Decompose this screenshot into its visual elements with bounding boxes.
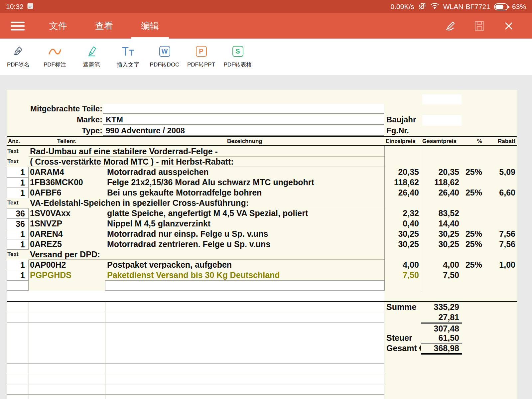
- convert-ppt-icon: P: [196, 45, 207, 58]
- cell-empty: [29, 312, 105, 323]
- cell-einzelpreis: 118,62: [384, 177, 421, 188]
- tool-pdf-sign[interactable]: PDF签名: [0, 45, 37, 68]
- cell-gesamtpreis: [421, 280, 462, 291]
- summary-table-body: Summe335,2927,81307,48Steuer61,50Gesamt …: [7, 302, 517, 399]
- tool-pdf-to-table[interactable]: S PDF转表格: [219, 45, 256, 68]
- cell-teilenr: 0AREZ5: [29, 239, 105, 250]
- cell-percent: [462, 280, 483, 291]
- tool-label: PDF标注: [44, 61, 66, 68]
- parts-row: TextVersand per DPD:: [7, 249, 517, 260]
- cell-empty: [7, 364, 29, 374]
- table-gap: [7, 291, 384, 301]
- cell-einzelpreis: 0,40: [384, 218, 421, 229]
- cell-einzelpreis: 4,00: [384, 260, 421, 270]
- tool-pdf-annotate[interactable]: PDF标注: [37, 45, 73, 68]
- app-bar-actions: [444, 20, 532, 32]
- parts-row: 1PGPGHDSPaketdienst Versand bis 30 Kg De…: [7, 270, 517, 280]
- cell-rabatt: [483, 146, 517, 157]
- summary-row: Gesamt €368,98: [7, 343, 517, 353]
- cell-teilenr: 0AREN4: [29, 229, 105, 239]
- vibrate-mute-icon: [418, 2, 426, 12]
- cell-einzelpreis: 30,25: [384, 229, 421, 239]
- cell-empty: [105, 353, 384, 364]
- parts-table: Anz. Teilenr. Bezeichnung Einzelpreis Ge…: [7, 136, 517, 291]
- cell-filler: [462, 395, 517, 399]
- col-header-percent: %: [462, 138, 483, 145]
- cell-anz: 1: [7, 177, 29, 188]
- cell-einzelpreis: [384, 157, 421, 167]
- cell-percent: [462, 198, 483, 208]
- cell-gesamtpreis: 7,50: [421, 270, 462, 281]
- cell-empty: [7, 302, 29, 312]
- cell-empty: [29, 353, 105, 364]
- summary-label: [384, 353, 421, 364]
- status-right: 0.09K/s WLAN-BF7721 63%: [391, 2, 526, 12]
- type-label: Type:: [7, 126, 102, 136]
- summary-row: Summe335,29: [7, 302, 517, 312]
- tool-pdf-to-doc[interactable]: W PDF转DOC: [146, 45, 183, 68]
- tab-edit[interactable]: 编辑: [127, 13, 173, 39]
- ppt-letter: P: [196, 46, 207, 57]
- cell-anz: Text: [7, 249, 29, 260]
- signature-check-icon[interactable]: [444, 20, 456, 32]
- summary-row: 307,48: [7, 323, 517, 333]
- col-header-anz: Anz.: [7, 138, 29, 145]
- cell-empty: [105, 333, 384, 343]
- save-icon[interactable]: [473, 20, 485, 32]
- mitgebrachte-label: Mitgebrachte Teile:: [7, 104, 102, 114]
- cell-description: Rad-Umbau auf eine stabilere Vorderrad-F…: [29, 146, 384, 157]
- cell-bezeichnung: Nippel M 4,5 glanzverzinkt: [105, 218, 384, 229]
- cell-rabatt: [483, 208, 517, 219]
- summary-value: [421, 353, 462, 364]
- cell-teilenr: 1SNVZP: [29, 218, 105, 229]
- summary-value: [421, 384, 462, 395]
- cell-filler: [462, 374, 517, 384]
- cell-gesamtpreis: 30,25: [421, 229, 462, 239]
- document-scroll-area[interactable]: Mitgebrachte Teile: Marke: KTM Baujahr T…: [0, 75, 532, 399]
- menu-icon[interactable]: [0, 13, 35, 39]
- cell-anz: 1: [7, 270, 29, 281]
- cell-empty: [105, 323, 384, 333]
- tool-strip: PDF签名 PDF标注 遮盖笔 插入文字 W PDF转DOC P PDF转PP: [0, 39, 532, 75]
- cell-description: ( Cross-verstärkte Morad MTC ) - mit Her…: [29, 157, 384, 167]
- col-header-gesamtpreis: Gesamtpreis: [421, 138, 462, 145]
- cell-description: VA-Edelstahl-Speichen in spezieller Cros…: [29, 198, 384, 208]
- cell-rabatt: 7,56: [483, 229, 517, 239]
- summary-label: [384, 323, 421, 333]
- wifi-name: WLAN-BF7721: [443, 3, 490, 11]
- cell-anz: 36: [7, 208, 29, 219]
- form-field-box: [422, 94, 462, 104]
- pdf-document[interactable]: Mitgebrachte Teile: Marke: KTM Baujahr T…: [7, 90, 517, 399]
- summary-value: [421, 374, 462, 384]
- cell-percent: [462, 157, 483, 167]
- tool-cover-pen[interactable]: 遮盖笔: [73, 45, 110, 68]
- tab-view[interactable]: 查看: [81, 13, 127, 39]
- tab-file[interactable]: 文件: [35, 13, 81, 39]
- parts-row: 10AFBF6Bei uns gekaufte Motorradfelge bo…: [7, 188, 517, 198]
- tool-pdf-to-ppt[interactable]: P PDF转PPT: [183, 45, 219, 68]
- network-speed: 0.09K/s: [391, 3, 414, 11]
- tool-insert-text[interactable]: 插入文字: [110, 45, 146, 68]
- cell-percent: [462, 208, 483, 219]
- cell-empty: [105, 384, 384, 395]
- parts-row: 10AREN4Motorradrad nur einsp. Felge u Sp…: [7, 229, 517, 239]
- tool-label: 遮盖笔: [83, 61, 100, 68]
- col-header-rabatt: Rabatt: [483, 138, 517, 145]
- cell-teilenr: 1FB36MCK00: [29, 177, 105, 188]
- cell-percent: 25%: [462, 229, 483, 239]
- cell-einzelpreis: 26,40: [384, 188, 421, 198]
- tool-label: PDF转表格: [224, 61, 252, 68]
- cell-empty: [29, 333, 105, 343]
- app-bar: 文件 查看 编辑: [0, 13, 532, 39]
- annotate-squiggle-icon: [48, 45, 62, 58]
- cell-empty: [7, 353, 29, 364]
- tool-label: PDF签名: [7, 61, 30, 68]
- cell-gesamtpreis: [421, 157, 462, 167]
- cell-rabatt: 1,00: [483, 260, 517, 270]
- cell-bezeichnung: Motorradrad nur einsp. Felge u Sp. v.uns: [105, 229, 384, 239]
- summary-label: [384, 384, 421, 395]
- cell-empty: [105, 395, 384, 399]
- close-icon[interactable]: [503, 20, 515, 32]
- cell-bezeichnung: Motorradrad zentrieren. Felge u Sp. v.un…: [105, 239, 384, 250]
- cell-filler: [462, 323, 517, 333]
